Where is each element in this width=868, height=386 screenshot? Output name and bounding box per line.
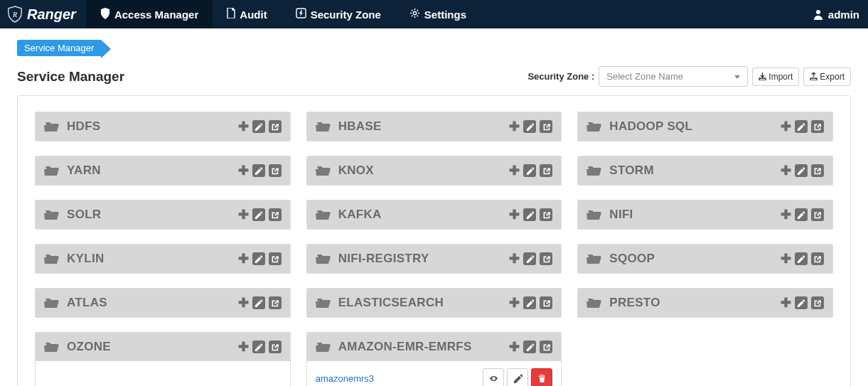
open-service-button[interactable]	[269, 341, 282, 353]
security-zone-placeholder: Select Zone Name	[606, 71, 683, 82]
import-button[interactable]: Import	[752, 68, 799, 86]
user-icon	[813, 9, 824, 20]
edit-service-button[interactable]	[252, 120, 265, 133]
service-card-sqoop: SQOOP ✚	[577, 244, 833, 274]
edit-service-button[interactable]	[252, 341, 265, 353]
service-title: STORM	[609, 163, 781, 178]
edit-service-button[interactable]	[252, 164, 265, 177]
open-service-button[interactable]	[269, 208, 282, 221]
security-zone-label: Security Zone :	[527, 71, 594, 82]
nav-label: Access Manager	[114, 9, 198, 21]
folder-icon	[586, 208, 602, 222]
open-service-button[interactable]	[811, 164, 824, 177]
user-menu[interactable]: admin	[813, 9, 859, 21]
open-service-button[interactable]	[269, 120, 282, 133]
delete-instance-button[interactable]	[531, 368, 552, 386]
service-card-nifi: NIFI ✚	[577, 200, 833, 230]
service-card-solr: SOLR ✚	[35, 200, 291, 230]
add-service-button[interactable]: ✚	[781, 164, 791, 177]
nav-label: Audit	[240, 9, 267, 21]
add-service-button[interactable]: ✚	[509, 164, 520, 177]
edit-service-button[interactable]	[523, 296, 536, 309]
add-service-button[interactable]: ✚	[238, 164, 249, 177]
add-service-button[interactable]: ✚	[238, 120, 249, 133]
service-title: YARN	[67, 163, 238, 178]
edit-service-button[interactable]	[523, 341, 536, 353]
navbar: R Ranger Access Manager Audit Security Z…	[0, 0, 868, 28]
edit-service-button[interactable]	[795, 120, 808, 133]
folder-icon	[316, 208, 331, 222]
add-service-button[interactable]: ✚	[238, 208, 249, 221]
view-instance-button[interactable]	[483, 368, 504, 386]
service-card-hbase: HBASE ✚	[306, 112, 562, 141]
add-service-button[interactable]: ✚	[238, 252, 249, 265]
add-service-button[interactable]: ✚	[781, 296, 791, 309]
edit-instance-button[interactable]	[507, 368, 528, 386]
service-card-hadoopsql: HADOOP SQL ✚	[577, 112, 833, 141]
folder-icon	[44, 252, 60, 266]
edit-service-button[interactable]	[795, 164, 808, 177]
add-service-button[interactable]: ✚	[509, 296, 520, 309]
edit-service-button[interactable]	[795, 208, 808, 221]
open-service-button[interactable]	[540, 208, 552, 221]
service-title: ATLAS	[67, 296, 238, 310]
open-service-button[interactable]	[540, 164, 552, 177]
service-card-kylin: KYLIN ✚	[35, 244, 291, 274]
service-card-atlas: ATLAS ✚	[35, 288, 291, 318]
edit-service-button[interactable]	[252, 208, 265, 221]
open-service-button[interactable]	[540, 296, 552, 309]
service-card-kafka: KAFKA ✚	[306, 200, 562, 230]
service-card-ozone: OZONE ✚	[35, 332, 291, 386]
add-service-button[interactable]: ✚	[781, 208, 791, 221]
nav-access-manager[interactable]: Access Manager	[86, 0, 213, 28]
add-service-button[interactable]: ✚	[238, 341, 249, 353]
add-service-button[interactable]: ✚	[509, 252, 520, 265]
folder-icon	[316, 296, 331, 310]
nav-audit[interactable]: Audit	[213, 0, 281, 28]
open-service-button[interactable]	[269, 252, 282, 265]
open-service-button[interactable]	[811, 120, 824, 133]
service-card-hdfs: HDFS ✚	[35, 112, 291, 141]
edit-service-button[interactable]	[523, 252, 536, 265]
service-panel: HDFS ✚ HBASE ✚	[17, 95, 851, 386]
nav-security-zone[interactable]: Security Zone	[282, 0, 395, 28]
edit-service-button[interactable]	[252, 296, 265, 309]
service-title: ELASTICSEARCH	[338, 296, 510, 310]
shield-icon	[100, 8, 110, 21]
edit-service-button[interactable]	[523, 120, 536, 133]
add-service-button[interactable]: ✚	[781, 252, 791, 265]
nav-label: Security Zone	[311, 9, 381, 21]
open-service-button[interactable]	[269, 296, 282, 309]
open-service-button[interactable]	[540, 252, 552, 265]
edit-service-button[interactable]	[795, 252, 808, 265]
open-service-button[interactable]	[811, 252, 824, 265]
add-service-button[interactable]: ✚	[509, 341, 520, 353]
open-service-button[interactable]	[811, 208, 824, 221]
add-service-button[interactable]: ✚	[238, 296, 249, 309]
edit-service-button[interactable]	[523, 164, 536, 177]
ranger-shield-icon: R	[7, 6, 23, 23]
open-service-button[interactable]	[540, 341, 552, 353]
export-button[interactable]: Export	[803, 68, 851, 86]
add-service-button[interactable]: ✚	[509, 208, 520, 221]
nav-settings[interactable]: Settings	[395, 0, 481, 28]
open-service-button[interactable]	[811, 296, 824, 309]
edit-service-button[interactable]	[795, 296, 808, 309]
security-zone-select[interactable]: Select Zone Name	[599, 66, 748, 87]
open-service-button[interactable]	[269, 164, 282, 177]
open-service-button[interactable]	[540, 120, 552, 133]
breadcrumb-item[interactable]: Service Manager	[17, 40, 101, 56]
service-title: HDFS	[67, 119, 238, 134]
add-service-button[interactable]: ✚	[509, 120, 520, 133]
edit-service-button[interactable]	[523, 208, 536, 221]
brand[interactable]: R Ranger	[7, 6, 86, 23]
service-card-yarn: YARN ✚	[35, 156, 291, 186]
export-icon	[810, 73, 818, 80]
edit-service-button[interactable]	[252, 252, 265, 265]
service-instance-link[interactable]: amazonemrs3	[316, 373, 483, 384]
svg-point-2	[413, 11, 416, 14]
service-title: HBASE	[338, 119, 510, 134]
add-service-button[interactable]: ✚	[781, 120, 791, 133]
service-title: KYLIN	[67, 252, 238, 266]
svg-text:R: R	[12, 11, 18, 18]
